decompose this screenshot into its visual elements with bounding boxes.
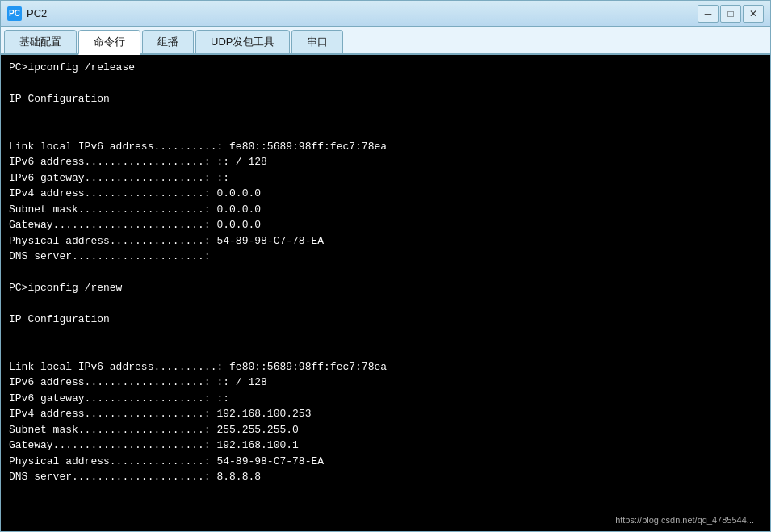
content-area: PC>ipconfig /release IP Configuration Li… xyxy=(1,55,770,531)
tab-basic[interactable]: 基础配置 xyxy=(4,30,77,53)
tab-serial[interactable]: 串口 xyxy=(291,30,343,53)
watermark: https://blog.csdn.net/qq_4785544... xyxy=(615,515,754,525)
close-button[interactable]: ✕ xyxy=(743,5,764,23)
tab-group[interactable]: 组播 xyxy=(142,30,194,53)
title-bar: PC PC2 ─ □ ✕ xyxy=(1,1,770,27)
tab-bar: 基础配置 命令行 组播 UDP发包工具 串口 xyxy=(1,27,770,55)
window-icon: PC xyxy=(7,6,22,21)
tab-udp[interactable]: UDP发包工具 xyxy=(195,30,290,53)
restore-button[interactable]: □ xyxy=(720,5,741,23)
minimize-button[interactable]: ─ xyxy=(698,5,719,23)
terminal-output[interactable]: PC>ipconfig /release IP Configuration Li… xyxy=(1,55,770,531)
tab-cmd[interactable]: 命令行 xyxy=(78,30,140,55)
window-title: PC2 xyxy=(27,7,698,19)
window-controls: ─ □ ✕ xyxy=(698,5,764,23)
main-window: PC PC2 ─ □ ✕ 基础配置 命令行 组播 UDP发包工具 串口 PC>i… xyxy=(0,0,771,532)
